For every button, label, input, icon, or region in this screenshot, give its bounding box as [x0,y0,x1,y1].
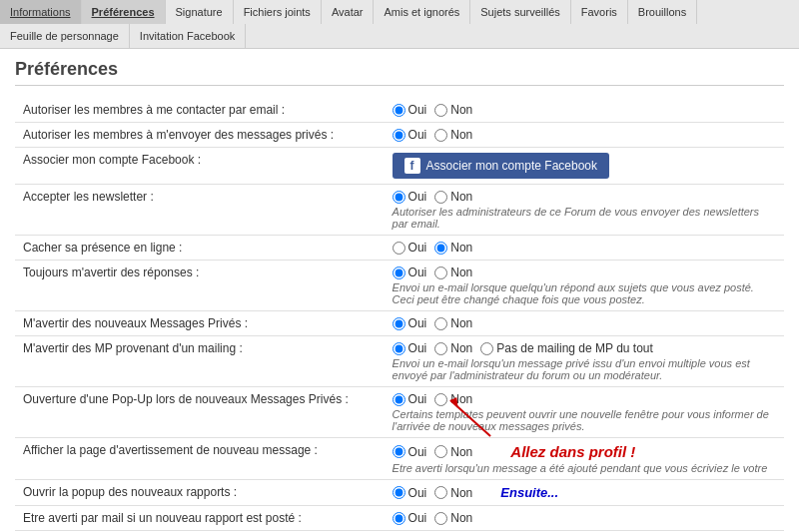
radio-oui-popup-rapports[interactable]: Oui [393,486,427,500]
avertir-reponses-desc: Envoi un e-mail lorsque quelqu'un répond… [393,281,776,305]
facebook-icon: f [404,158,420,174]
radio-oui-mp-mailing[interactable]: Oui [393,341,427,355]
nav-invitation-facebook[interactable]: Invitation Facebook [130,24,246,48]
pref-row-facebook: Associer mon compte Facebook : f Associe… [15,148,784,185]
radio-non-avertir-mp[interactable]: Non [434,316,472,330]
pref-row-messages-prives: Autoriser les membres à m'envoyer des me… [15,123,784,148]
pref-value-newsletter: Oui Non Autoriser les administrateurs de… [385,185,784,236]
page-content: Préférences Autoriser les membres à me c… [0,49,799,532]
radio-non-newsletter[interactable]: Non [434,190,472,204]
nav-fichiers-joints[interactable]: Fichiers joints [234,0,322,24]
radio-oui-popup-mp[interactable]: Oui [393,392,427,406]
radio-oui-avertir-reponses[interactable]: Oui [393,266,427,279]
pref-row-popup-rapports: Ouvrir la popup des nouveaux rapports : … [15,480,784,506]
pref-row-mp-mailing: M'avertir des MP provenant d'un mailing … [15,336,784,387]
pref-row-avertir-reponses: Toujours m'avertir des réponses : Oui No… [15,261,784,311]
pref-label-facebook: Associer mon compte Facebook : [15,148,385,185]
nav-preferences[interactable]: Préférences [82,0,166,24]
pref-label-popup-mp: Ouverture d'une Pop-Up lors de nouveaux … [15,387,385,438]
nav-sujets-surveilles[interactable]: Sujets surveillés [470,0,570,24]
radio-non-mail-rapport[interactable]: Non [434,511,472,525]
pref-label-mail-rapport: Etre averti par mail si un nouveau rappo… [15,506,385,531]
radio-non-msg-prives[interactable]: Non [434,128,472,142]
pref-row-mail-rapport: Etre averti par mail si un nouveau rappo… [15,506,784,531]
radio-oui-avertir-mp[interactable]: Oui [393,316,427,330]
nav-brouillons[interactable]: Brouillons [628,0,697,24]
nav-amis-ignores[interactable]: Amis et ignorés [374,0,470,24]
nav-avatar[interactable]: Avatar [322,0,375,24]
nav-favoris[interactable]: Favoris [571,0,628,24]
radio-non-avertir-reponses[interactable]: Non [434,266,472,279]
pref-row-contact-email: Autoriser les membres à me contacter par… [15,98,784,123]
radio-oui-presence[interactable]: Oui [393,241,427,255]
pref-row-avertissement: Afficher la page d'avertissement de nouv… [15,438,784,480]
preferences-table: Autoriser les membres à me contacter par… [15,98,784,532]
nav-signature[interactable]: Signature [166,0,234,24]
radio-oui-mail-rapport[interactable]: Oui [393,511,427,525]
pref-label-popup-rapports: Ouvrir la popup des nouveaux rapports : [15,480,385,506]
facebook-button-label: Associer mon compte Facebook [426,159,597,173]
pref-value-avertir-mp: Oui Non [385,311,784,336]
pref-value-contact-email: Oui Non [385,98,784,123]
pref-value-presence: Oui Non [385,236,784,261]
mp-mailing-desc: Envoi un e-mail lorsqu'un message privé … [393,357,776,381]
radio-pas-mp-mailing[interactable]: Pas de mailing de MP du tout [480,341,653,355]
pref-row-newsletter: Accepter les newsletter : Oui Non Autori… [15,185,784,236]
pref-value-facebook: f Associer mon compte Facebook [385,148,784,185]
avertissement-desc: Etre averti lorsqu'un message a été ajou… [393,462,776,474]
radio-non-popup-rapports[interactable]: Non [434,486,472,500]
associate-facebook-button[interactable]: f Associer mon compte Facebook [393,153,609,179]
annotation-profil: Allez dans profil ! [510,443,635,460]
newsletter-desc: Autoriser les administrateurs de ce Foru… [393,206,776,230]
annotation-ensuite: Ensuite... [500,485,558,500]
page-title: Préférences [15,59,784,86]
radio-oui-avertissement[interactable]: Oui [393,445,427,459]
pref-value-popup-rapports: Oui Non Ensuite... [385,480,784,506]
pref-label-avertissement: Afficher la page d'avertissement de nouv… [15,438,385,480]
pref-label-mp-mailing: M'avertir des MP provenant d'un mailing … [15,336,385,387]
pref-value-avertir-reponses: Oui Non Envoi un e-mail lorsque quelqu'u… [385,261,784,311]
pref-label-newsletter: Accepter les newsletter : [15,185,385,236]
pref-value-mp-mailing: Oui Non Pas de mailing de MP du tout Env… [385,336,784,387]
radio-oui-newsletter[interactable]: Oui [393,190,427,204]
pref-label-avertir-reponses: Toujours m'avertir des réponses : [15,261,385,311]
top-nav: Informations Préférences Signature Fichi… [0,0,799,49]
nav-informations[interactable]: Informations [0,0,82,24]
pref-label-presence: Cacher sa présence en ligne : [15,236,385,261]
pref-value-mail-rapport: Oui Non [385,506,784,531]
radio-non-contact-email[interactable]: Non [434,103,472,117]
pref-row-presence: Cacher sa présence en ligne : Oui Non [15,236,784,261]
pref-row-popup-mp: Ouverture d'une Pop-Up lors de nouveaux … [15,387,784,438]
pref-row-avertir-mp: M'avertir des nouveaux Messages Privés :… [15,311,784,336]
pref-label-contact-email: Autoriser les membres à me contacter par… [15,98,385,123]
radio-non-avertissement[interactable]: Non [434,445,472,459]
pref-label-avertir-mp: M'avertir des nouveaux Messages Privés : [15,311,385,336]
radio-oui-contact-email[interactable]: Oui [393,103,427,117]
pref-label-messages-prives: Autoriser les membres à m'envoyer des me… [15,123,385,148]
radio-non-mp-mailing[interactable]: Non [434,341,472,355]
radio-non-presence[interactable]: Non [434,241,472,255]
pref-value-messages-prives: Oui Non [385,123,784,148]
pref-value-avertissement: Oui Non Allez dans profil ! Etre averti … [385,438,784,480]
nav-feuille-personnage[interactable]: Feuille de personnage [0,24,130,48]
radio-oui-msg-prives[interactable]: Oui [393,128,427,142]
